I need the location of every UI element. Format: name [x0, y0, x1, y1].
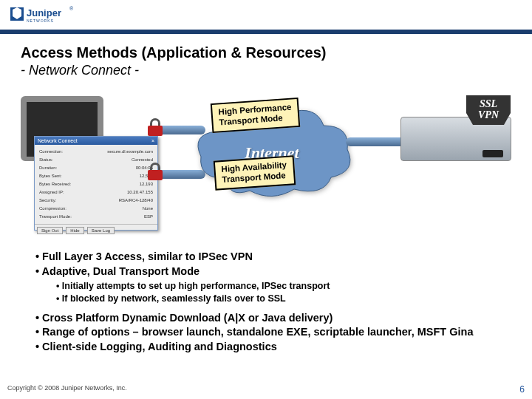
dialog-row: Connection:secure.dl.example.com [39, 148, 153, 156]
dialog-title-text: Network Connect [38, 138, 78, 143]
dialog-row: Status:Connected [39, 156, 153, 164]
dialog-titlebar: Network Connect × [35, 137, 157, 145]
bullet-item: Cross Platform Dynamic Download (A|X or … [35, 311, 511, 326]
dialog-key: Connection: [39, 148, 63, 156]
bullet-list: Full Layer 3 Access, similar to IPSec VP… [0, 250, 532, 355]
dialog-key: Transport Mode: [39, 213, 72, 221]
badge-line: SSL [466, 98, 511, 109]
bullet-item: Client-side Logging, Auditing and Diagno… [35, 340, 511, 355]
dialog-row: Security:RSA/RC4-128/40 [39, 197, 153, 205]
juniper-logo-icon: Juniper NETWORKS ® [10, 4, 75, 25]
dialog-value: None [143, 205, 153, 213]
bullet-group-1: Full Layer 3 Access, similar to IPSec VP… [35, 250, 511, 279]
dialog-buttons: Sign OutHideSave Log [35, 224, 157, 236]
bullet-item: Range of options – browser launch, stand… [35, 325, 511, 340]
dialog-row: Compression:None [39, 205, 153, 213]
copyright-text: Copyright © 2008 Juniper Networks, Inc. [7, 384, 127, 395]
dialog-value: ESP [144, 213, 153, 221]
dialog-button: Sign Out [37, 227, 63, 234]
dialog-body: Connection:secure.dl.example.comStatus:C… [35, 145, 157, 224]
dialog-row: Duration:00:04:06 [39, 164, 153, 172]
dialog-key: Status: [39, 156, 53, 164]
bullet-item: If blocked by network, seamlessly fails … [56, 293, 511, 305]
bullet-item: Full Layer 3 Access, similar to IPSec VP… [35, 250, 511, 265]
dialog-row: Bytes Received:12,193 [39, 180, 153, 188]
dialog-key: Bytes Sent: [39, 172, 62, 180]
slide-header: Juniper NETWORKS ® [0, 0, 532, 34]
dialog-key: Bytes Received: [39, 180, 71, 188]
badge-line: VPN [466, 109, 511, 120]
page-number: 6 [519, 384, 525, 395]
lock-icon [148, 118, 163, 136]
close-icon: × [151, 138, 154, 143]
title-block: Access Methods (Application & Resources)… [0, 34, 532, 81]
diagram: Network Connect × Connection:secure.dl.e… [21, 87, 511, 250]
dialog-value: secure.dl.example.com [107, 148, 153, 156]
dialog-key: Duration: [39, 164, 57, 172]
network-connect-dialog: Network Connect × Connection:secure.dl.e… [34, 136, 158, 231]
brand-text: Juniper [27, 7, 61, 18]
brand-logo: Juniper NETWORKS ® [10, 4, 75, 25]
slide-title: Access Methods (Application & Resources) [21, 44, 511, 61]
dialog-row: Transport Mode:ESP [39, 213, 153, 221]
bullet-item: Adaptive, Dual Transport Mode [35, 265, 511, 279]
dialog-value: RSA/RC4-128/40 [119, 197, 153, 205]
dialog-value: 10.20.47.155 [127, 188, 153, 197]
port-icon [482, 150, 503, 157]
ssl-vpn-appliance-icon: SSL VPN [400, 117, 511, 161]
slide-subtitle: - Network Connect - [21, 63, 511, 78]
dialog-row: Assigned IP:10.20.47.155 [39, 188, 153, 197]
callout-high-performance: High Performance Transport Mode [211, 98, 301, 133]
bullet-group-1-sub: Initially attempts to set up high perfor… [35, 280, 511, 305]
bullet-item: Initially attempts to set up high perfor… [56, 280, 511, 293]
callout-high-availability: High Availability Transport Mode [214, 155, 296, 190]
dialog-button: Hide [66, 227, 83, 234]
connector-appliance [346, 136, 405, 148]
svg-text:NETWORKS: NETWORKS [27, 18, 54, 23]
svg-text:®: ® [69, 6, 74, 11]
dialog-row: Bytes Sent:12,591 [39, 172, 153, 180]
slide-footer: Copyright © 2008 Juniper Networks, Inc. … [7, 384, 525, 395]
appliance-badge: SSL VPN [466, 95, 511, 125]
dialog-key: Compression: [39, 205, 66, 213]
dialog-button: Save Log [87, 227, 115, 234]
bullet-group-2: Cross Platform Dynamic Download (A|X or … [35, 311, 511, 355]
dialog-key: Assigned IP: [39, 188, 64, 197]
lock-icon [148, 163, 163, 180]
dialog-value: 12,193 [140, 180, 153, 188]
dialog-key: Security: [39, 197, 56, 205]
